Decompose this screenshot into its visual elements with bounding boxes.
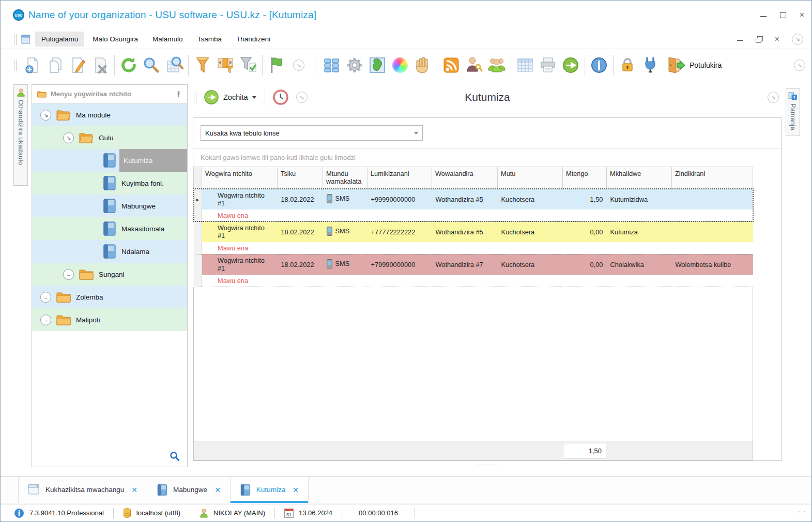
new-document-button[interactable]	[21, 53, 43, 77]
go-forward-button[interactable]	[559, 53, 582, 77]
users-group-button[interactable]	[485, 53, 508, 77]
view-toolbar-chevron-icon[interactable]: ↘	[296, 92, 308, 103]
support-user-icon	[17, 88, 25, 97]
menu-pulogalamu[interactable]: Pulogalamu	[35, 32, 84, 47]
column-header-mutu[interactable]: Mutu	[498, 167, 563, 189]
tab-close-icon[interactable]: ✕	[293, 486, 299, 494]
column-header-lumikizanani[interactable]: Lumikizanani	[367, 167, 432, 189]
menubar-overflow-chevron-icon[interactable]: ↘	[792, 34, 803, 45]
support-tab-label: Othandizira ukadaulo	[17, 100, 24, 165]
table-note-row[interactable]: Mawu ena	[194, 275, 753, 287]
filter-columns-button[interactable]	[214, 53, 237, 77]
toolbar-grip[interactable]	[14, 59, 17, 71]
color-wheel-button[interactable]	[389, 53, 411, 77]
info-button[interactable]	[588, 53, 610, 77]
menu-malamulo[interactable]: Malamulo	[146, 32, 189, 47]
tree-item-ma-module[interactable]: ↘ Ma module	[32, 103, 187, 126]
lock-button[interactable]	[616, 53, 639, 77]
pin-icon[interactable]	[175, 91, 182, 97]
menubar-grip[interactable]	[14, 34, 17, 45]
tree-item-gulu[interactable]: ↘ Gulu	[32, 126, 187, 149]
table-note-row[interactable]: Mawu ena	[194, 242, 753, 254]
view-title: Kutumiza	[465, 91, 510, 103]
tree-item-sungani[interactable]: → Sungani	[32, 263, 187, 286]
tab-close-icon[interactable]: ✕	[131, 486, 137, 494]
tab-close-icon[interactable]: ✕	[215, 486, 221, 494]
map-button[interactable]	[366, 53, 389, 77]
table-row[interactable]: Wogwira ntchito #1 18.02.2022 SMS +77772…	[194, 221, 753, 242]
actions-button[interactable]: Zochita	[201, 87, 259, 107]
collapse-icon[interactable]: ↘	[63, 132, 74, 143]
note-link[interactable]: Mawu ena	[202, 242, 753, 254]
refresh-button[interactable]	[117, 53, 140, 77]
column-header-mtengo[interactable]: Mtengo	[563, 167, 607, 189]
scheduler-clock-button[interactable]	[270, 87, 291, 108]
menu-thandizeni[interactable]: Thandizeni	[230, 32, 277, 47]
column-header-tsiku[interactable]: Tsiku	[278, 167, 323, 189]
doc-tab-kukhazikitsa[interactable]: Kukhazikitsa mwachangu ✕	[18, 476, 147, 503]
search-in-table-button[interactable]	[163, 53, 186, 77]
settings-gear-button[interactable]	[343, 53, 366, 77]
note-link[interactable]: Mawu ena	[202, 210, 753, 221]
table-row[interactable]: Wogwira ntchito #1 18.02.2022 SMS +79990…	[194, 254, 753, 275]
view-right-chevron-icon[interactable]: ↘	[768, 92, 779, 103]
column-header-mtundu[interactable]: Mtundu wamakalata	[323, 167, 367, 189]
tree-item-kuyimba-foni[interactable]: Kuyimba foni.	[32, 172, 187, 195]
usu-logo-icon: USU	[13, 9, 24, 21]
table-search-combo[interactable]: Kusaka kwa tebulo lonse	[201, 125, 423, 141]
resize-grip[interactable]: ⋰⋰	[795, 510, 806, 516]
print-button[interactable]	[537, 53, 559, 77]
grid-panel: Kusaka kwa tebulo lonse Kokani gawo lomw…	[193, 117, 782, 461]
table-row[interactable]: ▸ Wogwira ntchito #1 18.02.2022 SMS +999…	[194, 189, 753, 210]
copy-document-button[interactable]	[43, 53, 66, 77]
expand-icon[interactable]: →	[40, 292, 51, 303]
flag-button[interactable]	[265, 53, 288, 77]
view-toolbar-grip[interactable]	[194, 92, 196, 103]
tree-item-zolemba[interactable]: → Zolemba	[32, 286, 187, 308]
table-note-row[interactable]: Mawu ena	[194, 210, 753, 221]
menu-malo-osungira[interactable]: Malo Osungira	[86, 32, 144, 47]
doc-tab-mabungwe[interactable]: Mabungwe ✕	[147, 476, 231, 503]
toolbar-overflow-chevron-icon[interactable]: ↘	[293, 59, 304, 71]
child-restore-button[interactable]	[756, 36, 762, 42]
table-button[interactable]	[514, 53, 537, 77]
support-side-tab[interactable]: Othandizira ukadaulo	[13, 84, 28, 186]
doc-tab-kutumiza[interactable]: Kutumiza ✕	[231, 476, 309, 503]
note-link[interactable]: Mawu ena	[202, 275, 753, 287]
toolbar-right-chevron-icon[interactable]: ↘	[794, 59, 805, 71]
tree-item-malipoti[interactable]: → Malipoti	[32, 308, 187, 331]
horizontal-splitter[interactable]: ·········	[193, 461, 782, 468]
filter-funnel-button[interactable]	[191, 53, 214, 77]
menu-tsamba[interactable]: Tsamba	[191, 32, 228, 47]
expand-icon[interactable]: →	[40, 315, 51, 325]
tree-item-ndalama[interactable]: Ndalama	[32, 240, 187, 263]
tree-item-makasitomala[interactable]: Makasitomala	[32, 217, 187, 240]
child-minimize-button[interactable]	[737, 37, 743, 41]
minimize-button[interactable]	[760, 13, 767, 17]
tree-item-mabungwe[interactable]: Mabungwe	[32, 195, 187, 217]
search-button[interactable]	[140, 53, 163, 77]
sidebar-title: Menyu yogwiritsa ntchito	[51, 90, 171, 98]
child-close-button[interactable]: ×	[775, 35, 779, 43]
edit-document-button[interactable]	[66, 53, 89, 77]
filter-apply-button[interactable]	[237, 53, 259, 77]
tree-item-kutumiza[interactable]: Kutumiza	[32, 149, 187, 172]
maximize-button[interactable]	[780, 12, 786, 18]
module-book-icon	[102, 198, 117, 214]
column-header-mkhalidwe[interactable]: Mkhalidwe	[607, 167, 672, 189]
manual-side-tab[interactable]: ? Pamanja	[786, 88, 800, 136]
hand-pan-button[interactable]	[411, 53, 434, 77]
user-permissions-button[interactable]	[463, 53, 485, 77]
column-header-zindikirani[interactable]: Zindikirani	[672, 167, 753, 189]
column-header-wowalandira[interactable]: Wowalandira	[432, 167, 498, 189]
column-header-wogwira[interactable]: Wogwira ntchito	[202, 167, 278, 189]
grid-view-button[interactable]	[320, 53, 343, 77]
collapse-icon[interactable]: ↘	[40, 110, 51, 121]
plugin-button[interactable]	[639, 53, 662, 77]
close-button[interactable]: ×	[800, 11, 804, 19]
rss-feed-button[interactable]	[440, 53, 463, 77]
expand-icon[interactable]: →	[63, 269, 74, 280]
exit-button[interactable]: Potulukira	[662, 56, 726, 74]
delete-document-button[interactable]	[89, 53, 112, 77]
sidebar-search-icon[interactable]	[170, 451, 180, 461]
